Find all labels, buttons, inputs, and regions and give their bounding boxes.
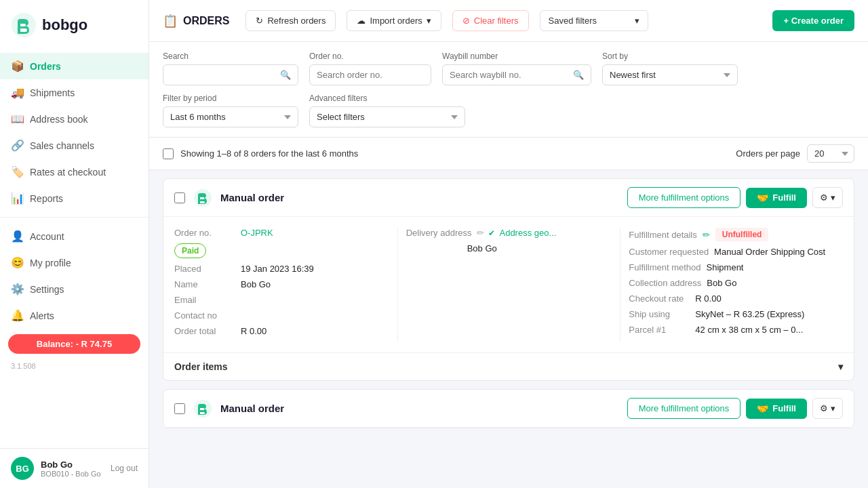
- order-card-header-0: Manual order More fulfillment options 🤝 …: [163, 179, 854, 217]
- order-type-1: Manual order: [220, 403, 619, 414]
- collection-row: Collection address Bob Go: [629, 278, 835, 288]
- sidebar-item-account[interactable]: 👤 Account: [0, 223, 149, 249]
- fulfill-icon: 🤝: [757, 192, 768, 203]
- import-orders-label: Import orders: [370, 16, 422, 26]
- account-icon: 👤: [11, 230, 23, 243]
- contact-row: Contact no: [174, 310, 389, 321]
- shipments-icon: 🚚: [11, 86, 23, 99]
- more-fulfillment-options-button-0[interactable]: More fulfillment options: [627, 187, 741, 208]
- saved-filters-dropdown[interactable]: Saved filters ▾: [540, 10, 648, 31]
- placed-value-0: 19 Jan 2023 16:39: [241, 264, 314, 274]
- sidebar-item-alerts-label: Alerts: [30, 310, 54, 321]
- sidebar-item-shipments[interactable]: 🚚 Shipments: [0, 79, 149, 106]
- sidebar-item-my-profile-label: My profile: [30, 258, 71, 268]
- fulfill-label-1: Fulfill: [772, 403, 796, 413]
- sidebar-item-rates-at-checkout[interactable]: 🏷️ Rates at checkout: [0, 159, 149, 185]
- fulfillment-method-row: Fulfillment method Shipment: [629, 262, 835, 272]
- advanced-filters-select[interactable]: Select filters Paid Unfulfilled Fulfille…: [309, 106, 465, 127]
- create-order-button[interactable]: + Create order: [772, 10, 854, 31]
- ship-using-value-0: SkyNet – R 63.25 (Express): [695, 309, 804, 319]
- name-label-0: Name: [174, 279, 235, 289]
- edit-fulfillment-icon[interactable]: ✏: [703, 230, 710, 240]
- sidebar-item-address-book[interactable]: 📖 Address book: [0, 106, 149, 132]
- fulfill-button-0[interactable]: 🤝 Fulfill: [746, 188, 807, 208]
- fulfill-button-1[interactable]: 🤝 Fulfill: [746, 399, 807, 419]
- per-page-select[interactable]: 10 20 50 100: [807, 144, 854, 163]
- more-fulfillment-options-button-1[interactable]: More fulfillment options: [627, 398, 741, 419]
- advanced-filters-label: Advanced filters: [309, 94, 465, 103]
- order-items-chevron-icon: ▾: [838, 361, 843, 372]
- logout-button[interactable]: Log out: [111, 464, 138, 473]
- order-settings-button-0[interactable]: ⚙ ▾: [812, 187, 843, 208]
- customer-req-value-0: Manual Order Shipping Cost: [714, 247, 825, 257]
- filter-row-2: Filter by period Last 6 months Last 30 d…: [163, 94, 854, 127]
- saved-filters-chevron-icon: ▾: [635, 16, 639, 26]
- placed-label-0: Placed: [174, 264, 235, 274]
- topbar: 📋 ORDERS ↻ Refresh orders ☁ Import order…: [149, 0, 868, 42]
- fulfillment-header-row: Fulfillment details ✏ Unfulfilled: [629, 228, 835, 241]
- delivery-label-0: Delivery address: [406, 228, 472, 238]
- orders-title-icon: 📋: [163, 14, 178, 28]
- order-no-row: Order no. O-JPRK: [174, 228, 389, 238]
- order-no-input[interactable]: [317, 70, 424, 80]
- alerts-icon: 🔔: [11, 309, 23, 322]
- fulfill-label-0: Fulfill: [772, 192, 796, 203]
- sidebar-item-settings-label: Settings: [30, 284, 64, 295]
- period-select[interactable]: Last 6 months Last 30 days Last 7 days T…: [163, 106, 298, 127]
- orders-list: Manual order More fulfillment options 🤝 …: [149, 170, 868, 488]
- sidebar-item-my-profile[interactable]: 😊 My profile: [0, 249, 149, 276]
- user-footer: BG Bob Go BOB010 - Bob Go Log out: [0, 448, 149, 488]
- sidebar-item-orders[interactable]: 📦 Orders: [0, 53, 149, 79]
- order-checkbox-1[interactable]: [174, 403, 185, 414]
- logo-text: bobgo: [42, 16, 87, 34]
- edit-delivery-icon[interactable]: ✏: [477, 228, 484, 238]
- refresh-orders-button[interactable]: ↻ Refresh orders: [245, 10, 336, 31]
- order-col-left-0: Order no. O-JPRK Paid Placed 19 Jan 2023…: [174, 228, 397, 342]
- settings-icon: ⚙️: [11, 283, 23, 296]
- rates-icon: 🏷️: [11, 165, 23, 178]
- parcel-label-0: Parcel #1: [629, 325, 690, 335]
- search-label: Search: [163, 52, 298, 61]
- order-logo-icon: [193, 188, 212, 207]
- order-total-label-0: Order total: [174, 326, 235, 336]
- sidebar-item-reports[interactable]: 📊 Reports: [0, 185, 149, 211]
- sidebar-item-sales-channels-label: Sales channels: [30, 140, 94, 151]
- fulfillment-label-0: Fulfillment details: [629, 230, 696, 240]
- version-text: 3.1.508: [0, 359, 149, 373]
- user-name: Bob Go: [41, 460, 104, 470]
- clear-filters-button[interactable]: ⊘ Clear filters: [452, 10, 529, 31]
- sort-label: Sort by: [602, 52, 738, 61]
- order-settings-button-1[interactable]: ⚙ ▾: [812, 398, 843, 419]
- parcel-value-0: 42 cm x 38 cm x 5 cm – 0...: [695, 325, 803, 335]
- clear-filters-label: Clear filters: [474, 16, 519, 26]
- page-title: ORDERS: [183, 15, 229, 27]
- sort-select[interactable]: Newest first Oldest first Order no. (A-Z…: [602, 64, 738, 85]
- gear-icon-1: ⚙: [820, 403, 828, 413]
- sidebar-item-alerts[interactable]: 🔔 Alerts: [0, 302, 149, 329]
- ship-using-row: Ship using SkyNet – R 63.25 (Express): [629, 309, 835, 319]
- geo-check-icon: ✔: [488, 228, 495, 238]
- import-orders-button[interactable]: ☁ Import orders ▾: [347, 10, 441, 31]
- order-items-toggle-0[interactable]: Order items ▾: [174, 353, 843, 380]
- select-all-checkbox[interactable]: [163, 148, 174, 159]
- clear-filters-icon: ⊘: [462, 16, 470, 26]
- waybill-input[interactable]: [450, 70, 569, 80]
- sidebar-item-sales-channels[interactable]: 🔗 Sales channels: [0, 132, 149, 159]
- checkout-rate-row: Checkout rate R 0.00: [629, 293, 835, 304]
- order-no-label-0: Order no.: [174, 228, 235, 238]
- import-icon: ☁: [357, 16, 366, 26]
- advanced-filters-group: Advanced filters Select filters Paid Unf…: [309, 94, 465, 127]
- ship-using-label-0: Ship using: [629, 309, 690, 319]
- order-checkbox-0[interactable]: [174, 192, 185, 203]
- refresh-orders-label: Refresh orders: [267, 16, 326, 26]
- name-value-0: Bob Go: [241, 279, 271, 289]
- address-geo-value[interactable]: Address geo...: [499, 228, 556, 238]
- search-input[interactable]: [170, 70, 276, 80]
- sidebar-item-settings[interactable]: ⚙️ Settings: [0, 276, 149, 302]
- user-avatar: BG: [11, 457, 34, 480]
- fulfill-icon-1: 🤝: [757, 403, 768, 414]
- customer-req-label-0: Customer requested: [629, 247, 709, 257]
- order-no-value-0[interactable]: O-JPRK: [241, 228, 273, 238]
- import-dropdown-icon: ▾: [427, 16, 431, 26]
- paid-badge-0: Paid: [174, 243, 206, 258]
